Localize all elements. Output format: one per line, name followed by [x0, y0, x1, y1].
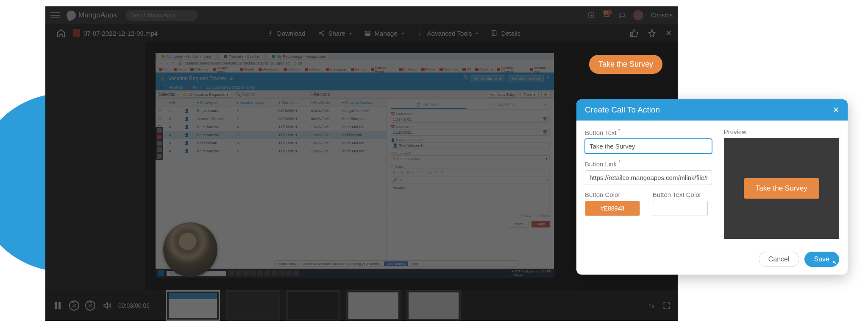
bookmark-item[interactable]: G2 [462, 67, 471, 71]
bookmark-item[interactable]: Homepage [326, 67, 347, 71]
fullscreen-icon[interactable] [662, 301, 671, 310]
sync-icon[interactable]: ⟳ [230, 76, 233, 81]
bookmark-item[interactable]: Feedly [240, 67, 254, 71]
skip-back-button[interactable]: ↶10 [69, 300, 79, 311]
tab-details[interactable]: 📋 DETAILS [391, 101, 466, 109]
table-header[interactable]: ▾ Employee [195, 99, 234, 107]
button-text-input[interactable] [585, 139, 712, 154]
browser-tab[interactable]: My Recordings - MangoApps [268, 54, 329, 59]
modal-cancel-button[interactable]: Cancel [759, 252, 799, 267]
bookmark-item[interactable]: webinar reg [530, 66, 551, 73]
detail-cancel-button[interactable]: Cancel [508, 221, 529, 227]
chapter-thumb[interactable] [286, 290, 340, 321]
browser-tab[interactable]: Trackers - CablInc [220, 54, 263, 59]
bookmark-item[interactable]: Inbox [174, 67, 186, 71]
add-entry-button[interactable]: Add New Entry [487, 92, 518, 98]
share-button[interactable]: Share▾ [313, 30, 357, 37]
detail-save-button[interactable]: Save [531, 221, 550, 227]
chapter-thumb[interactable] [226, 290, 280, 321]
bookmark-item[interactable]: Zoominfo [440, 67, 458, 71]
pin-icon[interactable] [648, 29, 656, 37]
bookmark-item[interactable]: Wordpress [259, 67, 279, 71]
table-header[interactable] [182, 99, 194, 107]
tools-dropdown[interactable]: Tools ▾ [520, 92, 539, 98]
avatar[interactable] [633, 10, 643, 20]
end-date-field[interactable]: 11/18/2021📅 [391, 129, 550, 136]
close-icon[interactable]: ✕ [546, 75, 550, 82]
nav-reload-icon[interactable]: ⟳ [172, 61, 175, 65]
bookmark-item[interactable]: Twitter [421, 67, 436, 71]
table-row[interactable]: ☐1👤Edgar Canno201/03/202101/04/2021Abaga… [156, 107, 386, 115]
table-header[interactable]: ▾ Start Date [276, 99, 309, 107]
chapter-thumb[interactable] [406, 290, 461, 321]
compose-icon[interactable] [587, 11, 595, 19]
tracker-tools-button[interactable]: Tracker Tools ▾ [508, 75, 544, 82]
rte-toolbar[interactable]: BIUS̶•≡⬚⌫↶↷ [391, 168, 550, 176]
chapter-thumb[interactable] [346, 290, 401, 321]
browser-tab[interactable]: Company - My Community [158, 54, 215, 59]
hide-sharing-button[interactable]: Hide [412, 262, 418, 266]
pin-icon[interactable]: 📌 Pin it [187, 85, 202, 90]
button-textcolor-swatch[interactable] [653, 201, 708, 216]
bookmark-item[interactable]: Hub [159, 67, 170, 71]
bell-icon[interactable]: 99+ [603, 11, 610, 19]
expand-icon[interactable]: ⤢ [541, 101, 550, 109]
download-button[interactable]: Download [262, 30, 311, 37]
bookmark-item[interactable]: Analytics [399, 67, 417, 71]
bookmark-item[interactable]: Capterra [475, 67, 492, 71]
table-row[interactable]: ☐6👤Anne McLear411/17/202111/20/2021Anne … [156, 147, 386, 155]
bookmark-item[interactable]: LinkedIn [284, 67, 300, 71]
table-row[interactable]: ☐2👤Jeanne Church203/25/202103/26/2021Eri… [156, 115, 386, 123]
advanced-tools-button[interactable]: ⋮ Advanced Tools▾ [412, 29, 484, 37]
table-header[interactable]: ▾ End Date [309, 99, 339, 107]
home-button[interactable] [51, 24, 71, 42]
modal-save-button[interactable]: Save↖ [804, 252, 839, 267]
playback-speed[interactable]: 1x [648, 302, 655, 309]
forward-contact-field[interactable]: 👤 Reid Wilson ⊗ [391, 142, 550, 149]
bookmark-item[interactable]: Content Calendar [497, 66, 526, 73]
table-header[interactable]: ▾ Forward Contact [339, 99, 386, 107]
stop-sharing-button[interactable]: Stop sharing [384, 261, 408, 266]
recorder-toolbar[interactable] [156, 127, 163, 160]
like-icon[interactable] [630, 29, 638, 37]
details-button[interactable]: Details [486, 30, 526, 37]
button-link-input[interactable] [585, 170, 712, 185]
chat-icon[interactable] [618, 11, 626, 19]
bookmark-item[interactable]: Calendar [190, 67, 208, 71]
start-date-field[interactable]: 11/17/2021📅 [391, 116, 550, 123]
nav-fwd-icon[interactable]: → [165, 61, 169, 65]
approved-select[interactable]: Select an option▾ [391, 155, 550, 162]
chapter-thumb[interactable] [166, 290, 220, 321]
table-header[interactable]: ▾ ID [167, 99, 182, 107]
rte-toolbar2[interactable]: 🔗✕I [391, 176, 550, 184]
brand-logo[interactable]: MangoApps [67, 11, 117, 20]
notes-textarea[interactable]: Vacation [391, 184, 550, 213]
bookmark-item[interactable]: Google News [213, 66, 236, 73]
close-viewer-icon[interactable]: ✕ [665, 28, 672, 38]
table-header[interactable] [156, 99, 167, 107]
username[interactable]: Christos [651, 12, 673, 19]
hamburger-icon[interactable] [50, 12, 60, 18]
cta-overlay-button[interactable]: Take the Survey [589, 55, 662, 74]
modal-close-icon[interactable]: ✕ [833, 105, 839, 115]
automations-button[interactable]: Automations ▾ [470, 75, 505, 82]
view-filter-dropdown[interactable]: 📁 All Vacation Requests ▾ [180, 92, 231, 98]
pause-button[interactable] [52, 300, 63, 311]
table-header[interactable]: ▾ Vacation Days [234, 99, 275, 107]
windows-start-icon[interactable] [158, 270, 164, 276]
table-row[interactable]: ☐4👤Anne McLear211/17/202111/18/2021Reid … [156, 131, 386, 139]
table-row[interactable]: ☐5👤Reid Wilson311/17/202111/19/2021Anne … [156, 139, 386, 147]
search-input[interactable]: 🔍 Search [236, 92, 255, 97]
bookmark-item[interactable]: Hubspot [305, 67, 322, 71]
help-icon[interactable]: ? [463, 75, 468, 80]
manage-button[interactable]: Manage▾ [359, 30, 409, 37]
refresh-icon[interactable]: ⟳ [541, 92, 551, 98]
skip-forward-button[interactable]: ↷10 [85, 300, 95, 311]
tab-activity[interactable]: ⏱ ACTIVITY [466, 101, 541, 109]
global-search[interactable]: Search MangoApps [125, 10, 198, 21]
bookmark-item[interactable]: NetLine Portal [371, 66, 395, 73]
nav-back-icon[interactable]: ← [159, 61, 163, 65]
button-color-swatch[interactable]: #E88943 [585, 201, 640, 216]
table-row[interactable]: ☐3👤Anne McLear411/15/202111/18/2021Anne … [156, 123, 386, 131]
volume-icon[interactable] [101, 300, 112, 311]
